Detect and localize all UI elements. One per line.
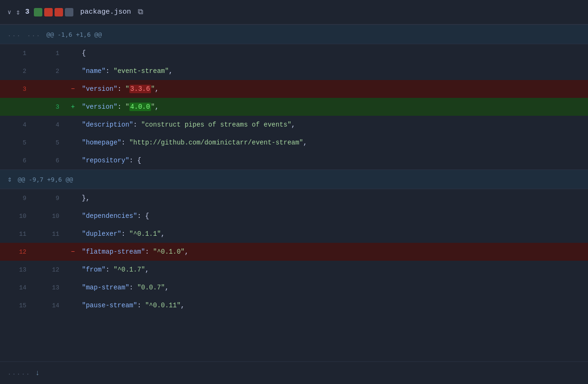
diff-line-deleted: 3 − "version": "3.3.6", — [0, 80, 588, 98]
line-sign — [66, 134, 80, 152]
diff-line: 1 1 { — [0, 44, 588, 62]
bottom-dots: ..... — [8, 369, 31, 376]
line-num-new: 1 — [33, 44, 66, 62]
line-content: "duplexer": "^0.1.1", — [80, 225, 588, 243]
line-num-old: 15 — [0, 296, 33, 314]
line-num-old — [0, 98, 33, 116]
status-dots — [34, 8, 73, 16]
copy-icon[interactable]: ⧉ — [138, 8, 143, 16]
diff-line: 9 9 }, — [0, 189, 588, 207]
hunk2-expand-icon[interactable]: ⇕ — [8, 175, 12, 184]
line-sign — [66, 225, 80, 243]
line-content: }, — [80, 189, 588, 207]
diff-header: ∨ ⇕ 3 package.json ⧉ — [0, 0, 588, 24]
line-num-new: 3 — [33, 98, 66, 116]
line-num-new — [33, 80, 66, 98]
line-num-old: 5 — [0, 134, 33, 152]
expand-icon[interactable]: ⇕ — [16, 8, 21, 17]
line-content: "map-stream": "0.0.7", — [80, 279, 588, 296]
diff-line: 15 14 "pause-stream": "^0.0.11", — [0, 296, 588, 314]
diff-line: 14 13 "map-stream": "0.0.7", — [0, 279, 588, 296]
line-sign — [66, 279, 80, 296]
line-content: "repository": { — [80, 152, 588, 169]
line-num-old: 1 — [0, 44, 33, 62]
chevron-icon[interactable]: ∨ — [8, 8, 11, 16]
hunk2-header: ⇕ @@ -9,7 +9,6 @@ — [0, 169, 588, 189]
diff-line: 10 10 "dependencies": { — [0, 207, 588, 225]
diff-line-added: 3 + "version": "4.0.0", — [0, 98, 588, 116]
line-sign — [66, 152, 80, 169]
line-num-new: 9 — [33, 189, 66, 207]
line-num-new: 10 — [33, 207, 66, 225]
diff-line: 13 12 "from": "^0.1.7", — [0, 261, 588, 279]
line-num-old: 2 — [0, 62, 33, 80]
line-num-old: 6 — [0, 152, 33, 169]
status-dot-red1 — [44, 8, 53, 16]
line-num-new: 4 — [33, 116, 66, 134]
expand-down-icon[interactable]: ↓ — [35, 369, 40, 377]
diff-container: ∨ ⇕ 3 package.json ⧉ ... ... @@ -1,6 +1,… — [0, 0, 588, 384]
line-content: "version": "4.0.0", — [80, 98, 588, 116]
line-num-old: 10 — [0, 207, 33, 225]
line-num-old: 11 — [0, 225, 33, 243]
line-content: "dependencies": { — [80, 207, 588, 225]
file-count: 3 — [25, 8, 29, 16]
hunk1-header: ... ... @@ -1,6 +1,6 @@ — [0, 24, 588, 44]
diff-line: 2 2 "name": "event-stream", — [0, 62, 588, 80]
line-num-new — [33, 243, 66, 261]
line-content: "homepage": "http://github.com/dominicta… — [80, 134, 588, 152]
line-num-old: 3 — [0, 80, 33, 98]
line-num-old: 4 — [0, 116, 33, 134]
bottom-ellipsis-bar: ..... ↓ — [0, 361, 588, 384]
status-dot-green — [34, 8, 42, 16]
line-sign — [66, 207, 80, 225]
line-num-old: 13 — [0, 261, 33, 279]
line-num-new: 12 — [33, 261, 66, 279]
diff-line: 11 11 "duplexer": "^0.1.1", — [0, 225, 588, 243]
filename: package.json — [80, 8, 131, 16]
line-num-new: 11 — [33, 225, 66, 243]
line-sign-minus: − — [66, 243, 80, 261]
line-content: "flatmap-stream": "^0.1.0", — [80, 243, 588, 261]
hunk1-label: @@ -1,6 +1,6 @@ — [47, 31, 102, 38]
hunk1-ellipsis: ... — [8, 31, 21, 38]
line-content: "from": "^0.1.7", — [80, 261, 588, 279]
status-dot-gray — [65, 8, 73, 16]
line-content: { — [80, 44, 588, 62]
diff-line: 5 5 "homepage": "http://github.com/domin… — [0, 134, 588, 152]
status-dot-red2 — [55, 8, 63, 16]
line-num-old: 12 — [0, 243, 33, 261]
line-num-new: 2 — [33, 62, 66, 80]
line-num-old: 9 — [0, 189, 33, 207]
line-content: "version": "3.3.6", — [80, 80, 588, 98]
line-num-new: 6 — [33, 152, 66, 169]
hunk1-ellipsis2: ... — [27, 31, 40, 38]
diff-line-deleted: 12 − "flatmap-stream": "^0.1.0", — [0, 243, 588, 261]
line-sign-plus: + — [66, 98, 80, 116]
diff-content: ... ... @@ -1,6 +1,6 @@ 1 1 { 2 2 "name"… — [0, 24, 588, 361]
line-sign — [66, 116, 80, 134]
line-sign — [66, 44, 80, 62]
line-sign — [66, 296, 80, 314]
line-sign-minus: − — [66, 80, 80, 98]
line-num-old: 14 — [0, 279, 33, 296]
line-num-new: 14 — [33, 296, 66, 314]
line-num-new: 13 — [33, 279, 66, 296]
line-sign — [66, 189, 80, 207]
hunk2-label: @@ -9,7 +9,6 @@ — [18, 176, 73, 183]
line-content: "name": "event-stream", — [80, 62, 588, 80]
line-sign — [66, 261, 80, 279]
line-sign — [66, 62, 80, 80]
line-content: "description": "construct pipes of strea… — [80, 116, 588, 134]
line-content: "pause-stream": "^0.0.11", — [80, 296, 588, 314]
line-num-new: 5 — [33, 134, 66, 152]
diff-line: 6 6 "repository": { — [0, 152, 588, 169]
diff-line: 4 4 "description": "construct pipes of s… — [0, 116, 588, 134]
